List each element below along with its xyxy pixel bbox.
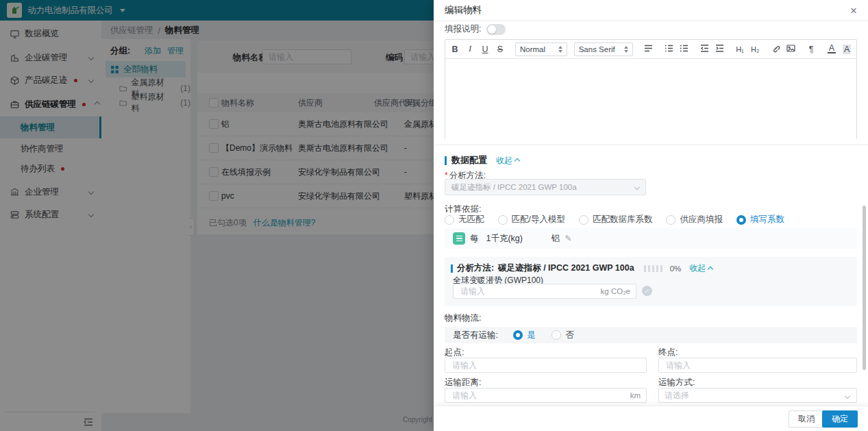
confirm-button[interactable]: 确定 [822,410,858,428]
edit-material-drawer: 编辑物料 × 填报说明: B I U S Normal Sans Serif [434,0,868,431]
text-color-button[interactable]: A [828,45,836,53]
edit-icon[interactable]: ✎ [565,234,571,243]
close-icon[interactable]: × [847,3,860,19]
radio-icon [551,330,561,340]
direction-button[interactable]: ¶ [807,45,815,54]
image-icon [786,44,795,53]
material-doc-icon [453,232,465,245]
transport-mode-select[interactable]: 请选择 [658,388,857,403]
format-select[interactable]: Normal [515,42,567,56]
chevron-down-icon [845,393,850,399]
cancel-button[interactable]: 取消 [789,410,824,428]
font-select[interactable]: Sans Serif [574,42,633,56]
ordered-list-icon [665,44,673,53]
mode-label: 运输方式: [658,377,695,389]
indent-icon [715,44,724,53]
align-icon [644,44,653,53]
radio-icon [666,215,675,225]
method-value: 碳足迹指标 / IPCC 2021 GWP 100a [498,262,634,274]
analysis-method-select[interactable]: 碳足迹指标 / IPCC 2021 GWP 100a [445,179,646,195]
bullet-list-icon [680,44,689,53]
radio-fill-factor[interactable]: 填写系数 [736,214,784,225]
radio-transport-yes[interactable]: 是 [513,330,536,341]
unit-qty: 1千克(kg) [486,233,523,245]
bold-button[interactable]: B [451,45,459,54]
section-accent-bar [451,264,453,273]
radio-icon [445,215,454,225]
origin-input[interactable] [451,360,641,371]
radio-supplier-fill[interactable]: 供应商填报 [666,214,723,225]
gwp-unit: kg CO₂e [601,287,630,295]
image-button[interactable] [786,44,795,55]
app-root: 动力电池制品有限公司 数据概览 企业碳管理 产品碳足迹 供应链碳管理 [0,0,868,431]
material-name: 铝 [551,233,560,245]
chevron-down-icon [634,184,640,190]
radio-transport-no[interactable]: 否 [551,330,574,341]
per-label: 每 [470,233,479,245]
link-button[interactable] [771,44,780,55]
section-accent-bar [445,156,447,165]
origin-label: 起点: [445,347,464,358]
drawer-footer: 取消 确定 [434,406,868,431]
chevron-up-icon [708,266,713,271]
left-region: 动力电池制品有限公司 数据概览 企业碳管理 产品碳足迹 供应链碳管理 [0,0,434,431]
section-divider [434,145,868,145]
radio-no-match[interactable]: 无匹配 [445,214,484,225]
calc-check-icon[interactable]: ✓ [642,286,652,296]
indent-button[interactable] [715,44,723,55]
fill-note-label: 填报说明: [445,23,481,35]
select-arrows-icon [624,46,628,53]
editor-content[interactable] [445,59,856,140]
data-config-header: 数据配置 收起 [445,154,519,167]
method-collapse-link[interactable]: 收起 [689,262,712,274]
link-icon [771,44,780,53]
analysis-method-box: 分析方法: 碳足迹指标 / IPCC 2021 GWP 100a 0% 收起 全… [445,257,857,306]
unit-row: 每 1千克(kg) 铝 ✎ [445,228,857,249]
drawer-scrollbar[interactable] [863,206,866,370]
progress-percent: 0% [670,264,682,273]
distance-label: 运输距离: [445,377,481,389]
distance-input[interactable] [451,390,630,401]
editor-toolbar: B I U S Normal Sans Serif H₁ H₂ [445,40,856,59]
radio-icon [498,215,508,225]
distance-unit: km [630,391,641,399]
radio-match-db-factor[interactable]: 匹配数据库系数 [579,214,653,225]
logistics-title: 物料物流: [445,312,481,324]
rich-text-editor: B I U S Normal Sans Serif H₁ H₂ [445,39,857,140]
bullet-list-button[interactable] [680,44,688,55]
radio-icon [579,215,588,225]
drawer-header: 编辑物料 × [434,0,868,21]
basis-radio-group: 无匹配 匹配/导入模型 匹配数据库系数 供应商填报 填写系数 [445,214,784,225]
ordered-list-button[interactable] [665,44,673,55]
fill-note-row: 填报说明: [445,23,506,35]
header1-button[interactable]: H₁ [736,45,744,53]
align-button[interactable] [644,44,652,55]
dest-input[interactable] [665,360,851,371]
data-config-title: 数据配置 [451,154,487,167]
dest-input-wrap [658,358,857,373]
underline-button[interactable]: U [481,45,489,54]
header2-button[interactable]: H₂ [751,45,759,53]
outdent-icon [700,44,709,53]
drawer-title: 编辑物料 [445,4,482,16]
transport-question-label: 是否有运输: [453,330,498,341]
transport-question-row: 是否有运输: 是 否 [445,327,857,343]
radio-selected-icon [513,330,523,340]
fill-note-toggle[interactable] [486,24,506,35]
background-color-button[interactable]: A [843,45,851,54]
drawer-mask[interactable] [0,0,434,431]
dest-label: 终点: [658,347,678,358]
strikethrough-button[interactable]: S [496,45,504,54]
origin-input-wrap [445,358,647,373]
gwp-input-wrap: kg CO₂e [453,284,636,299]
select-arrows-icon [558,46,562,53]
progress-ticks [644,265,662,272]
gwp-input[interactable] [459,286,601,297]
outdent-button[interactable] [700,44,708,55]
chevron-up-icon [514,158,520,164]
italic-button[interactable]: I [466,44,474,54]
radio-match-import-model[interactable]: 匹配/导入模型 [498,214,565,225]
distance-input-wrap: km [445,388,647,403]
data-config-collapse-link[interactable]: 收起 [496,155,519,167]
method-label: 分析方法: [457,262,494,274]
